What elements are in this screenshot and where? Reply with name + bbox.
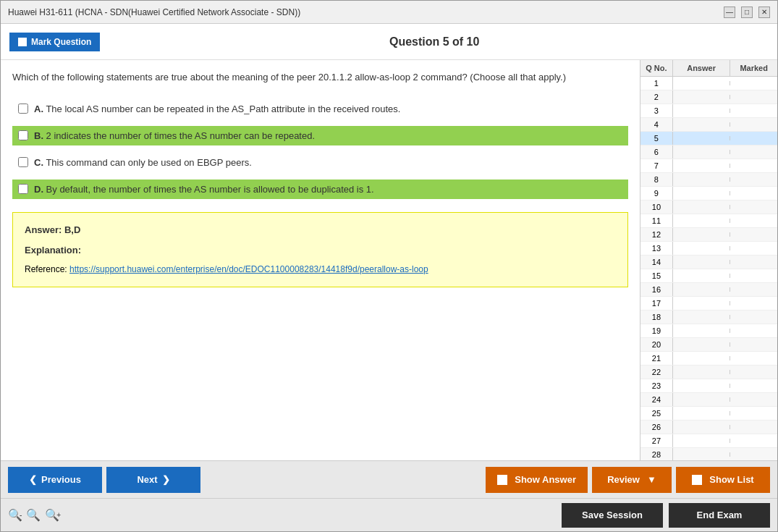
q-number: 16 bbox=[640, 283, 673, 296]
q-number: 15 bbox=[640, 269, 673, 282]
chevron-right-icon bbox=[162, 474, 170, 485]
q-row-14[interactable]: 14 bbox=[640, 256, 777, 269]
option-d-checkbox[interactable] bbox=[18, 184, 28, 194]
q-answer bbox=[673, 260, 731, 264]
q-marked bbox=[730, 81, 777, 85]
next-button[interactable]: Next bbox=[106, 467, 200, 493]
q-row-28[interactable]: 28 bbox=[640, 448, 777, 460]
q-row-27[interactable]: 27 bbox=[640, 434, 777, 448]
q-row-1[interactable]: 1 bbox=[640, 77, 777, 90]
question-panel: Which of the following statements are tr… bbox=[1, 60, 640, 460]
review-button[interactable]: Review ▼ bbox=[592, 467, 672, 493]
q-number: 23 bbox=[640, 379, 673, 392]
reference-link[interactable]: https://support.huawei.com/enterprise/en… bbox=[69, 264, 428, 274]
minimize-button[interactable]: — bbox=[724, 7, 735, 18]
q-answer bbox=[673, 370, 731, 374]
q-number: 21 bbox=[640, 352, 673, 365]
main-window: Huawei H31-611 (HCNA - SDN(Huawei Certif… bbox=[0, 0, 778, 532]
zoom-reset-button[interactable]: 🔍 bbox=[26, 508, 41, 522]
option-a-row: A. The local AS number can be repeated i… bbox=[12, 99, 628, 119]
window-controls: — □ ✕ bbox=[724, 7, 770, 18]
q-row-3[interactable]: 3 bbox=[640, 104, 777, 118]
q-number: 1 bbox=[640, 77, 673, 90]
q-number: 28 bbox=[640, 448, 673, 460]
q-answer bbox=[673, 246, 731, 250]
q-row-4[interactable]: 4 bbox=[640, 118, 777, 132]
save-session-button[interactable]: Save Session bbox=[562, 503, 663, 528]
q-row-5[interactable]: 5 bbox=[640, 132, 777, 145]
header-qno: Q No. bbox=[640, 60, 673, 76]
q-row-17[interactable]: 17 bbox=[640, 297, 777, 311]
q-number: 14 bbox=[640, 256, 673, 269]
main-body: Which of the following statements are tr… bbox=[1, 60, 777, 460]
option-c-checkbox[interactable] bbox=[18, 157, 28, 167]
mark-question-button[interactable]: ■ Mark Question bbox=[9, 33, 100, 51]
zoom-out-button[interactable]: 🔍- bbox=[8, 508, 22, 522]
q-row-21[interactable]: 21 bbox=[640, 352, 777, 366]
q-row-23[interactable]: 23 bbox=[640, 379, 777, 393]
q-number: 8 bbox=[640, 173, 673, 186]
q-marked bbox=[730, 232, 777, 237]
flag-icon: ■ bbox=[18, 38, 27, 46]
close-button[interactable]: ✕ bbox=[758, 7, 770, 18]
q-answer bbox=[673, 232, 731, 237]
q-answer bbox=[673, 397, 731, 402]
chevron-left-icon bbox=[29, 474, 37, 485]
show-answer-icon bbox=[497, 475, 507, 485]
q-answer bbox=[673, 301, 731, 305]
option-a-checkbox[interactable] bbox=[18, 104, 28, 114]
q-row-20[interactable]: 20 bbox=[640, 338, 777, 352]
q-number: 27 bbox=[640, 434, 673, 447]
q-number: 9 bbox=[640, 187, 673, 200]
q-number: 13 bbox=[640, 242, 673, 255]
q-row-19[interactable]: 19 bbox=[640, 324, 777, 338]
q-marked bbox=[730, 136, 777, 140]
q-row-11[interactable]: 11 bbox=[640, 214, 777, 228]
option-b-checkbox[interactable] bbox=[18, 130, 28, 140]
review-label: Review bbox=[607, 474, 640, 485]
q-row-10[interactable]: 10 bbox=[640, 200, 777, 214]
bottom-nav: Previous Next Show Answer Review ▼ ✔ bbox=[1, 460, 777, 498]
q-answer bbox=[673, 191, 731, 195]
q-row-26[interactable]: 26 bbox=[640, 421, 777, 434]
q-row-6[interactable]: 6 bbox=[640, 145, 777, 159]
zoom-in-button[interactable]: 🔍+ bbox=[45, 508, 61, 522]
q-answer bbox=[673, 219, 731, 223]
answer-box: Answer: B,D Explanation: Reference: http… bbox=[12, 212, 628, 288]
show-answer-label: Show Answer bbox=[515, 474, 576, 485]
q-row-12[interactable]: 12 bbox=[640, 228, 777, 242]
q-row-8[interactable]: 8 bbox=[640, 173, 777, 187]
title-bar: Huawei H31-611 (HCNA - SDN(Huawei Certif… bbox=[1, 1, 777, 24]
q-row-7[interactable]: 7 bbox=[640, 159, 777, 173]
next-label: Next bbox=[137, 474, 157, 485]
q-marked bbox=[730, 246, 777, 250]
q-number: 4 bbox=[640, 118, 673, 131]
q-row-22[interactable]: 22 bbox=[640, 366, 777, 379]
q-row-9[interactable]: 9 bbox=[640, 187, 777, 200]
show-answer-button[interactable]: Show Answer bbox=[486, 467, 588, 493]
option-b-row: B. 2 indicates the number of times the A… bbox=[12, 126, 628, 145]
option-c-label: C. This command can only be used on EBGP… bbox=[34, 157, 252, 168]
q-number: 24 bbox=[640, 393, 673, 406]
end-exam-button[interactable]: End Exam bbox=[669, 503, 770, 528]
question-text: Which of the following statements are tr… bbox=[12, 70, 628, 85]
reference-prefix: Reference: bbox=[25, 264, 69, 274]
q-row-16[interactable]: 16 bbox=[640, 283, 777, 297]
q-row-24[interactable]: 24 bbox=[640, 393, 777, 407]
q-marked bbox=[730, 439, 777, 443]
q-row-25[interactable]: 25 bbox=[640, 407, 777, 421]
show-list-button[interactable]: ✔ Show List bbox=[676, 467, 770, 493]
q-answer bbox=[673, 452, 731, 457]
reference-line: Reference: https://support.huawei.com/en… bbox=[25, 263, 616, 276]
q-marked bbox=[730, 425, 777, 429]
option-d-row: D. By default, the number of times the A… bbox=[12, 180, 628, 199]
q-row-13[interactable]: 13 bbox=[640, 242, 777, 256]
q-number: 6 bbox=[640, 145, 673, 159]
previous-button[interactable]: Previous bbox=[8, 467, 102, 493]
q-number: 11 bbox=[640, 214, 673, 227]
zoom-controls: 🔍- 🔍 🔍+ bbox=[8, 508, 61, 522]
q-row-2[interactable]: 2 bbox=[640, 90, 777, 104]
q-row-15[interactable]: 15 bbox=[640, 269, 777, 283]
maximize-button[interactable]: □ bbox=[741, 7, 753, 18]
q-row-18[interactable]: 18 bbox=[640, 311, 777, 324]
